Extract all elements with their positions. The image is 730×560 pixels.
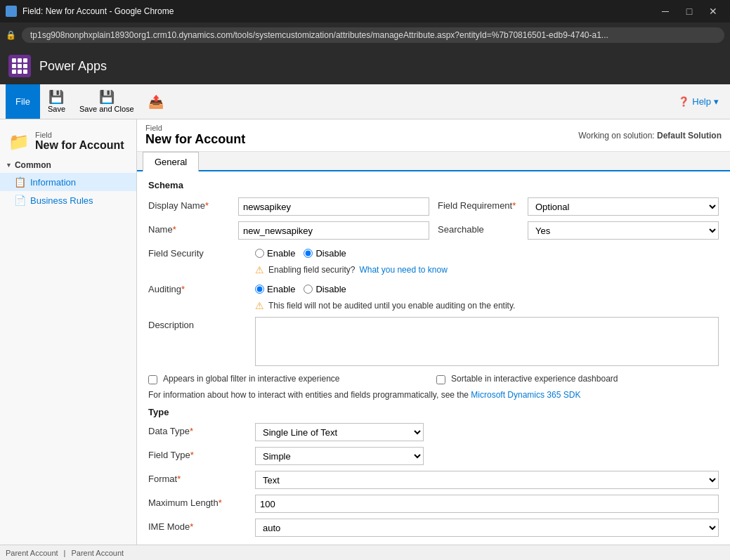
auditing-warning: ⚠ This field will not be audited until y…: [255, 300, 719, 311]
field-requirement-row: Field Requirement* Optional Business Rec…: [438, 197, 719, 216]
sortable-checkbox[interactable]: [436, 375, 445, 384]
sortable-row: Sortable in interactive experience dashb…: [436, 374, 719, 384]
auditing-warning-icon: ⚠: [255, 300, 264, 311]
appears-in-filter-checkbox[interactable]: [148, 375, 157, 384]
title-bar: Field: New for Account - Google Chrome ─…: [0, 0, 730, 22]
entity-label: Field: [35, 131, 124, 139]
type-section-title: Type: [148, 407, 719, 417]
section-label: Common: [15, 160, 51, 170]
searchable-row: Searchable Yes No: [438, 221, 719, 240]
left-panel: 📁 Field New for Account ▼ Common 📋 Infor…: [0, 119, 137, 545]
tab-general[interactable]: General: [143, 152, 199, 171]
field-requirement-label: Field Requirement*: [438, 197, 522, 211]
triangle-icon: ▼: [6, 162, 12, 169]
publish-button[interactable]: 📤: [142, 86, 170, 117]
format-label: Format*: [148, 471, 247, 484]
field-requirement-select[interactable]: Optional Business Recommended Business R…: [528, 197, 719, 216]
sidebar-item-business-rules[interactable]: 📄 Business Rules: [0, 191, 136, 209]
auditing-row: Auditing* Enable Disable: [148, 281, 719, 294]
description-label: Description: [148, 317, 247, 330]
format-select[interactable]: Text Email URL Ticker Symbol Phone: [255, 471, 719, 489]
schema-section-title: Schema: [148, 180, 719, 190]
auditing-enable-radio[interactable]: [255, 285, 264, 294]
field-security-row: Field Security Enable Disable: [148, 245, 719, 259]
tab-bar: General: [137, 152, 730, 171]
bottom-item-2: Parent Account: [71, 549, 124, 557]
field-security-disable-radio[interactable]: [304, 249, 313, 258]
url-prefix: tp1sg908nonphxplain18930org1.crm10.dynam…: [30, 30, 233, 40]
entity-label-header: Field: [145, 124, 245, 132]
data-type-label: Data Type*: [148, 423, 247, 436]
browser-icon: [6, 6, 17, 17]
description-textarea[interactable]: [255, 317, 719, 366]
save-close-icon: 💾: [99, 91, 115, 103]
field-security-disable[interactable]: Disable: [304, 248, 346, 259]
sidebar-item-information-label: Information: [30, 177, 76, 188]
help-dropdown-icon[interactable]: ▾: [714, 96, 719, 107]
checkbox-row: Appears in global filter in interactive …: [148, 374, 719, 384]
searchable-select[interactable]: Yes No: [528, 221, 719, 240]
auditing-disable-radio[interactable]: [304, 285, 313, 294]
folder-icon: 📁: [8, 132, 30, 152]
field-security-label: Field Security: [148, 245, 247, 259]
sdk-link[interactable]: Microsoft Dynamics 365 SDK: [471, 390, 580, 400]
working-on-label: Working on solution:: [578, 131, 655, 141]
form-content: Schema Display Name* Field Requirement*: [137, 171, 730, 545]
working-on: Working on solution: Default Solution: [245, 131, 722, 141]
help-button[interactable]: ❓ Help ▾: [672, 93, 724, 110]
name-label: Name*: [148, 221, 233, 235]
field-security-radio-group: Enable Disable: [255, 245, 719, 259]
help-icon: ❓: [678, 96, 689, 107]
display-name-row: Display Name*: [148, 197, 429, 216]
save-close-button[interactable]: 💾 Save and Close: [73, 86, 141, 117]
max-length-label: Maximum Length*: [148, 495, 247, 508]
bottom-strip: Parent Account | Parent Account: [0, 545, 730, 560]
ime-mode-row: IME Mode* auto active inactive disabled: [148, 519, 719, 537]
app-grid-button[interactable]: [8, 55, 31, 77]
app-name: Power Apps: [39, 59, 107, 74]
info-row: For information about how to interact wi…: [148, 390, 719, 400]
information-icon: 📋: [14, 176, 26, 188]
max-length-input[interactable]: [255, 495, 719, 513]
maximize-button[interactable]: □: [678, 0, 700, 22]
business-rules-icon: 📄: [14, 195, 26, 206]
name-input[interactable]: [238, 221, 429, 240]
file-button[interactable]: File: [6, 84, 40, 119]
name-row: Name*: [148, 221, 429, 240]
sidebar-item-information[interactable]: 📋 Information: [0, 173, 136, 191]
top-nav: Power Apps: [0, 48, 730, 84]
field-type-select[interactable]: Simple Calculated Rollup: [255, 447, 424, 465]
description-row: Description: [148, 317, 719, 368]
warning-icon: ⚠: [255, 264, 264, 275]
ime-mode-select[interactable]: auto active inactive disabled: [255, 519, 719, 537]
field-security-link[interactable]: What you need to know: [359, 265, 447, 275]
field-security-enable-radio[interactable]: [255, 249, 264, 258]
save-button[interactable]: 💾 Save: [41, 86, 72, 117]
auditing-enable[interactable]: Enable: [255, 284, 295, 294]
format-row: Format* Text Email URL Ticker Symbol Pho…: [148, 471, 719, 489]
lock-icon: 🔒: [6, 30, 16, 40]
ribbon: File 💾 Save 💾 Save and Close 📤 ❓ Help ▾: [0, 84, 730, 119]
field-security-warning: ⚠ Enabling field security? What you need…: [255, 264, 719, 275]
address-bar: 🔒 tp1sg908nonphxplain18930org1.crm10.dyn…: [0, 22, 730, 48]
data-type-select[interactable]: Single Line of Text Multiple Lines of Te…: [255, 423, 424, 441]
display-name-label: Display Name*: [148, 197, 233, 211]
entity-name-header: New for Account: [145, 132, 245, 147]
save-icon: 💾: [48, 91, 64, 103]
field-security-enable[interactable]: Enable: [255, 248, 295, 259]
address-url[interactable]: tp1sg908nonphxplain18930org1.crm10.dynam…: [22, 27, 724, 43]
auditing-disable[interactable]: Disable: [304, 284, 346, 294]
sortable-label: Sortable in interactive experience dashb…: [451, 374, 618, 384]
display-name-input[interactable]: [238, 197, 429, 216]
data-type-row: Data Type* Single Line of Text Multiple …: [148, 423, 719, 441]
auditing-label: Auditing*: [148, 281, 247, 294]
main-panel: Field New for Account Working on solutio…: [137, 119, 730, 545]
save-label: Save: [48, 105, 65, 113]
minimize-button[interactable]: ─: [654, 0, 677, 22]
close-button[interactable]: ✕: [702, 0, 724, 22]
entity-name: New for Account: [35, 139, 124, 152]
field-type-row: Field Type* Simple Calculated Rollup: [148, 447, 719, 465]
field-type-label: Field Type*: [148, 447, 247, 460]
max-length-row: Maximum Length*: [148, 495, 719, 513]
appears-in-filter-label: Appears in global filter in interactive …: [163, 374, 339, 384]
